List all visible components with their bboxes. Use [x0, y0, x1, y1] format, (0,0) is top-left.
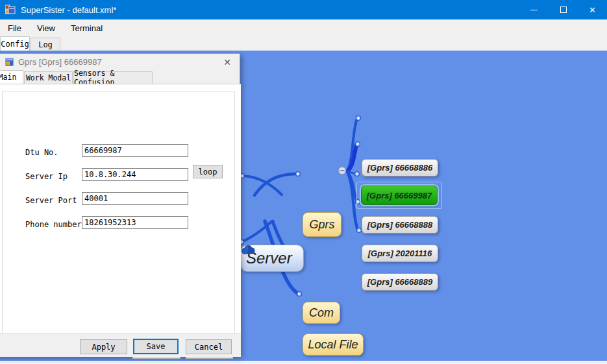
dialog-tabstrip: Main Work Modal Sensors & Confusion	[0, 70, 240, 84]
settings-groupbox	[2, 91, 235, 334]
menu-file[interactable]: File	[0, 21, 29, 36]
dialog-main-tabpage: Dtu No. Server Ip loop Server Port Phone…	[0, 84, 241, 334]
mindmap-node-gprs-66668886[interactable]: [Gprs] 66668886	[362, 159, 438, 176]
phone-number-input[interactable]	[82, 216, 188, 229]
tab-config[interactable]: Config	[0, 36, 30, 51]
loop-button[interactable]: loop	[193, 165, 223, 178]
cloud-icon	[241, 245, 256, 256]
menubar: File View Terminal	[0, 19, 607, 36]
cancel-button[interactable]: Cancel	[186, 339, 232, 354]
server-port-input[interactable]	[82, 192, 188, 205]
gprs-dialog: Gprs [Gprs] 66669987 ✕ Main Work Modal S…	[0, 53, 240, 356]
menu-view[interactable]: View	[29, 21, 63, 36]
collapse-toggle-icon	[339, 167, 346, 175]
mindmap-node-gprs-20201116[interactable]: [Gprs] 20201116	[362, 245, 438, 262]
node-label: [Gprs] 66668888	[367, 220, 432, 230]
maximize-icon	[560, 6, 567, 13]
app-logo-icon	[5, 5, 16, 15]
dialog-tab-work-modal[interactable]: Work Modal	[24, 71, 73, 84]
dtu-no-input[interactable]	[82, 144, 188, 157]
mindmap-node-com[interactable]: Com	[303, 302, 340, 324]
node-label: Com	[309, 306, 334, 320]
dialog-button-bar: Apply Save Cancel	[0, 334, 241, 357]
main-tabstrip: Config Log	[0, 36, 607, 51]
dialog-titlebar[interactable]: Gprs [Gprs] 66669987 ✕	[0, 54, 240, 70]
minimize-button[interactable]	[519, 0, 549, 19]
node-label: Gprs	[309, 218, 334, 232]
close-icon: ✕	[589, 6, 596, 14]
mindmap-node-gprs[interactable]: Gprs	[303, 212, 341, 237]
server-ip-input[interactable]	[82, 168, 188, 181]
node-label: [Gprs] 66668889	[367, 277, 432, 287]
apply-button[interactable]: Apply	[80, 339, 127, 354]
close-icon: ✕	[223, 57, 231, 67]
mindmap-node-gprs-66669987-selected[interactable]: [Gprs] 66669987	[361, 186, 438, 205]
minimize-icon	[530, 10, 538, 10]
dialog-form-icon	[5, 57, 14, 67]
window-title: SuperSister - default.xml*	[21, 5, 116, 15]
save-button[interactable]: Save	[133, 339, 179, 354]
titlebar: SuperSister - default.xml* ✕	[0, 0, 607, 19]
menu-terminal[interactable]: Terminal	[63, 21, 110, 36]
server-ip-label: Server Ip	[25, 172, 68, 181]
dialog-tab-main[interactable]: Main	[0, 70, 23, 84]
node-label: [Gprs] 66668886	[367, 163, 432, 173]
dialog-title: Gprs [Gprs] 66669987	[18, 57, 102, 67]
maximize-button[interactable]	[549, 0, 578, 19]
dtu-no-label: Dtu No.	[25, 148, 58, 157]
node-label: [Gprs] 20201116	[368, 249, 432, 258]
close-button[interactable]: ✕	[578, 0, 607, 19]
node-label: [Gprs] 66669987	[367, 191, 432, 200]
phone-number-label: Phone number	[25, 220, 82, 229]
tab-log[interactable]: Log	[31, 38, 60, 51]
mindmap-node-gprs-66668889[interactable]: [Gprs] 66668889	[362, 273, 438, 291]
window-bottom-edge	[0, 361, 607, 364]
node-label: Local File	[308, 338, 358, 352]
dialog-tab-sensors-confusion[interactable]: Sensors & Confusion	[73, 71, 153, 84]
mindmap-node-gprs-66668888[interactable]: [Gprs] 66668888	[362, 216, 438, 234]
selection-marquee: [Gprs] 66669987	[356, 182, 442, 209]
mindmap-node-server[interactable]: Server	[240, 245, 304, 272]
server-port-label: Server Port	[25, 196, 77, 205]
mindmap-node-local-file[interactable]: Local File	[303, 334, 364, 356]
dialog-close-button[interactable]: ✕	[220, 56, 234, 68]
